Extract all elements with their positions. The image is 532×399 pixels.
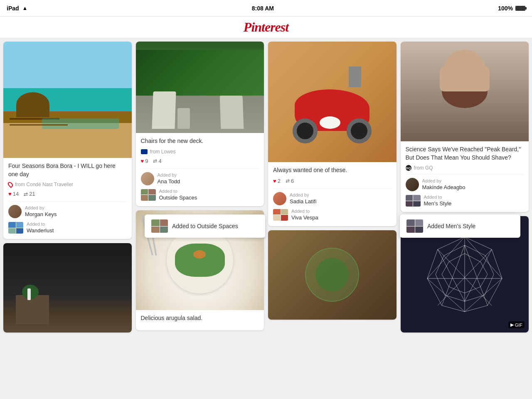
pin-card-scooter[interactable]: Always wanted one of these. ♥ 2 ⇄ 6 Adde…	[268, 42, 397, 226]
user-info-makinde: Added by Makinde Adeagbo	[422, 178, 524, 191]
board-info-vespa: Added to Viva Vespa	[291, 209, 392, 221]
source-text-beard: from GQ	[414, 165, 433, 171]
play-icon: ▶	[510, 322, 514, 328]
pin-stats-bora-bora: ♥ 14 ⇄ 21	[8, 191, 127, 197]
added-by-label-makinde: Added by	[422, 178, 524, 183]
board-name-mens: Men's Style	[424, 200, 452, 207]
likes-chairs: ♥ 9	[141, 158, 148, 164]
added-by-label: Added by	[25, 205, 127, 210]
time-display: 8:08 AM	[252, 5, 274, 12]
pin-image-furniture[interactable]	[3, 243, 132, 332]
svg-line-12	[442, 245, 465, 305]
toast-board-thumb-outside	[151, 219, 168, 233]
toast-outside-spaces: Added to Outside Spaces	[145, 214, 265, 238]
gq-icon: GQ	[406, 165, 411, 171]
geometric-svg	[423, 233, 506, 316]
lowes-icon	[141, 149, 148, 154]
status-left: iPad ▲	[7, 5, 27, 12]
wifi-icon: ▲	[22, 5, 28, 11]
pin-user-makinde[interactable]: Added by Makinde Adeagbo	[406, 178, 524, 191]
pin-image-scooter[interactable]	[268, 42, 397, 162]
heart-icon: ♥	[8, 191, 12, 197]
pin-image-bora-bora[interactable]	[3, 42, 132, 158]
user-info-sadia: Added by Sadia Latifi	[290, 192, 392, 205]
pin-board-vespa[interactable]: Added to Viva Vespa	[273, 209, 392, 221]
added-by-label-ana: Added by	[158, 172, 259, 177]
pin-card-beard[interactable]: Science Says We've Reached "Peak Beard,"…	[401, 42, 529, 212]
user-name-morgan: Morgan Keys	[25, 211, 57, 217]
avatar-ana	[141, 172, 154, 185]
toast-board-thumb-mens	[406, 219, 423, 233]
pin-title-beard: Science Says We've Reached "Peak Beard,"…	[406, 145, 524, 162]
added-to-label-vespa: Added to	[291, 209, 392, 214]
pin-user-bora-bora[interactable]: Added by Morgan Keys	[8, 205, 127, 218]
divider-beard	[406, 174, 524, 175]
user-info-morgan: Added by Morgan Keys	[25, 205, 127, 218]
divider	[8, 201, 127, 202]
device-label: iPad	[7, 5, 19, 12]
added-to-label-mens: Added to	[424, 195, 524, 200]
added-by-label-sadia: Added by	[290, 192, 392, 197]
board-info-wanderlust: Added to Wanderlust	[27, 222, 127, 234]
location-icon	[7, 181, 14, 188]
battery-percent: 100%	[498, 5, 513, 12]
svg-line-13	[465, 249, 492, 301]
board-thumb-outside	[141, 189, 156, 201]
column-3: Always wanted one of these. ♥ 2 ⇄ 6 Adde…	[268, 42, 397, 396]
pin-source-beard: GQ from GQ	[406, 165, 524, 171]
battery-icon	[515, 6, 525, 11]
pin-title-bora-bora: Four Seasons Bora Bora - I WILL go here …	[8, 162, 127, 178]
heart-icon-scooter: ♥	[273, 178, 276, 184]
app-header: Pinterest	[0, 17, 532, 38]
pin-image-chairs[interactable]	[136, 42, 264, 133]
pin-card-chairs[interactable]: Chairs for the new deck. from Lowes ♥ 9 …	[136, 42, 264, 206]
pin-content-salad: Delicious arugula salad.	[136, 310, 264, 331]
svg-line-11	[465, 245, 488, 305]
board-thumb-vespa	[273, 209, 288, 221]
pin-source-bora-bora: from Condé Nast Traveller	[8, 182, 127, 187]
pin-card-terrarium[interactable]	[268, 230, 397, 320]
pin-image-terrarium[interactable]	[268, 230, 397, 320]
toast-mens-text: Added Men's Style	[427, 223, 475, 229]
status-right: 100%	[498, 5, 525, 12]
pin-stats-scooter: ♥ 2 ⇄ 6	[273, 178, 392, 184]
board-name-outside: Outside Spaces	[159, 195, 197, 201]
pin-image-beard[interactable]	[401, 42, 529, 141]
user-name-ana: Ana Todd	[158, 178, 180, 185]
pinterest-logo: Pinterest	[244, 20, 288, 35]
board-name-vespa: Viva Vespa	[291, 214, 318, 221]
pin-board-wanderlust[interactable]: Added to Wanderlust	[8, 222, 127, 234]
divider-chairs	[141, 168, 259, 169]
source-text-bora-bora: from Condé Nast Traveller	[15, 182, 73, 187]
pin-board-mens[interactable]: Added to Men's Style	[406, 195, 524, 207]
content-wrapper: Added to Outside Spaces Added Men's Styl…	[3, 42, 529, 396]
pin-user-sadia[interactable]: Added by Sadia Latifi	[273, 192, 392, 205]
toast-outside-text: Added to Outside Spaces	[172, 223, 238, 229]
board-info-mens: Added to Men's Style	[424, 195, 524, 207]
pin-title-salad: Delicious arugula salad.	[141, 314, 259, 323]
gif-label: GIF	[515, 323, 522, 328]
source-text-chairs: from Lowes	[150, 149, 176, 155]
heart-icon-chairs: ♥	[141, 158, 144, 164]
pin-board-outside[interactable]: Added to Outside Spaces	[141, 189, 259, 201]
pin-content-bora-bora: Four Seasons Bora Bora - I WILL go here …	[3, 158, 132, 239]
pin-card-bora-bora[interactable]: Four Seasons Bora Bora - I WILL go here …	[3, 42, 132, 239]
svg-line-8	[427, 237, 465, 278]
added-to-label: Added to	[27, 222, 127, 227]
avatar-sadia	[273, 192, 286, 205]
avatar-makinde	[406, 178, 419, 191]
likes-scooter: ♥ 2	[273, 178, 281, 184]
repin-icon-scooter: ⇄	[286, 178, 290, 184]
pin-source-chairs: from Lowes	[141, 149, 259, 155]
user-info-ana: Added by Ana Todd	[158, 172, 259, 185]
svg-line-7	[465, 237, 502, 278]
avatar-morgan	[8, 205, 22, 218]
gif-badge: ▶ GIF	[508, 321, 525, 328]
pin-user-ana[interactable]: Added by Ana Todd	[141, 172, 259, 185]
pin-title-scooter: Always wanted one of these.	[273, 166, 392, 175]
user-name-makinde: Makinde Adeagbo	[422, 184, 466, 190]
added-to-label-outside: Added to	[159, 189, 259, 194]
main-content: Added to Outside Spaces Added Men's Styl…	[0, 38, 532, 399]
pin-content-scooter: Always wanted one of these. ♥ 2 ⇄ 6 Adde…	[268, 162, 397, 226]
pin-card-furniture[interactable]	[3, 243, 132, 332]
